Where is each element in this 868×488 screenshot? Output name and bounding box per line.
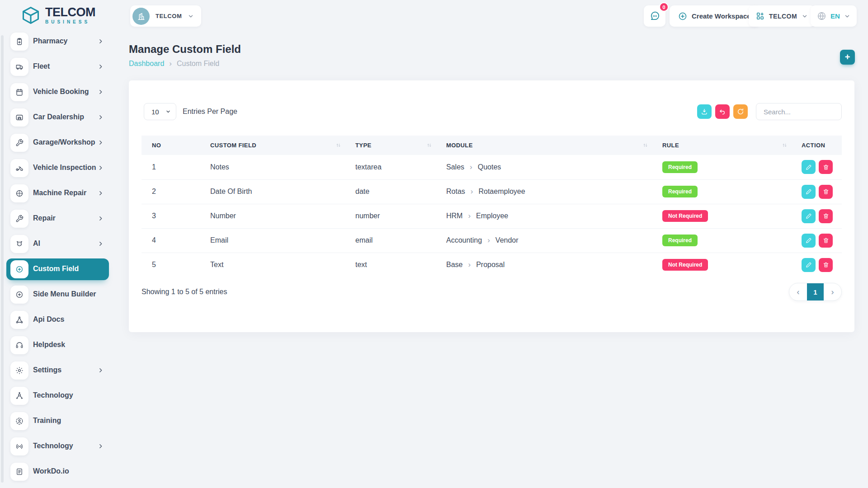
page-number-button[interactable]: 1 <box>807 283 824 300</box>
sidebar-item-label: Technology <box>33 391 73 399</box>
sidebar-item-garage-workshop[interactable]: Garage/Workshop <box>0 133 115 155</box>
chevron-down-icon <box>844 13 850 19</box>
sidebar-item-fleet[interactable]: Fleet <box>0 57 115 80</box>
cell-rule: Not Required <box>652 204 791 228</box>
workspace-switcher[interactable]: TELCOM <box>130 5 201 27</box>
plus-circle-icon <box>10 286 28 304</box>
sidebar-item-label: Vehicle Booking <box>33 88 89 96</box>
brand-name: TELCOM <box>45 6 95 19</box>
chevron-right-icon: › <box>468 260 471 269</box>
trash-icon <box>823 213 829 219</box>
sidebar-item-label: Fleet <box>33 62 50 70</box>
add-custom-field-button[interactable]: + <box>840 50 855 65</box>
sidebar-item-helpdesk[interactable]: Helpdesk <box>0 335 115 358</box>
breadcrumb: Dashboard › Custom Field <box>129 59 219 68</box>
sidebar-item-settings[interactable]: Settings <box>0 361 115 383</box>
previous-page-button[interactable]: ‹ <box>789 283 807 300</box>
cell-type: date <box>345 179 436 204</box>
rule-badge: Required <box>662 161 698 173</box>
cell-type: textarea <box>345 155 436 179</box>
delete-button[interactable] <box>819 185 833 199</box>
column-header-custom-field[interactable]: CUSTOM FIELD <box>200 136 345 155</box>
brand-logo[interactable]: TELCOM BUSINESS <box>21 5 95 25</box>
column-header-rule[interactable]: RULE <box>652 136 791 155</box>
globe-icon <box>817 11 826 21</box>
chevron-right-icon: › <box>487 236 490 245</box>
entries-per-page-select[interactable]: 10 <box>144 103 176 120</box>
create-workspace-label: Create Workspace <box>692 12 751 20</box>
entries-summary: Showing 1 to 5 of 5 entries <box>142 288 227 296</box>
chevron-right-icon <box>98 140 104 145</box>
sidebar-item-training[interactable]: Training <box>0 411 115 434</box>
messages-button[interactable]: 0 <box>644 5 665 27</box>
sidebar-item-technology[interactable]: Technology <box>0 386 115 408</box>
sidebar-nav: Pharmacy Fleet Vehicle Booking Car Deale… <box>0 29 115 488</box>
chevron-right-icon <box>98 38 104 44</box>
sidebar-item-workdo-io[interactable]: WorkDo.io <box>0 462 115 484</box>
sidebar-item-car-dealership[interactable]: Car Dealership <box>0 108 115 130</box>
pencil-icon <box>806 164 812 170</box>
delete-button[interactable] <box>819 160 833 174</box>
chevron-right-icon <box>98 443 104 449</box>
sidebar-item-technology-2[interactable]: Technology <box>0 436 115 459</box>
cell-rule: Required <box>652 155 791 179</box>
delete-button[interactable] <box>819 209 833 223</box>
sidebar-item-pharmacy[interactable]: Pharmacy <box>0 32 115 54</box>
export-download-button[interactable] <box>697 104 712 119</box>
edit-button[interactable] <box>802 160 816 174</box>
cell-module: Accounting › Vendor <box>436 228 652 253</box>
sidebar-item-repair[interactable]: Repair <box>0 209 115 231</box>
language-selector[interactable]: EN <box>811 5 857 27</box>
edit-button[interactable] <box>802 258 816 272</box>
rule-badge: Not Required <box>662 210 708 222</box>
cell-no: 1 <box>142 155 200 179</box>
search-input[interactable] <box>756 103 842 120</box>
edit-button[interactable] <box>802 209 816 223</box>
column-header-no: NO <box>142 136 200 155</box>
module-parent: Sales <box>446 163 464 171</box>
edit-button[interactable] <box>802 185 816 199</box>
column-header-type[interactable]: TYPE <box>345 136 436 155</box>
sidebar-item-vehicle-booking[interactable]: Vehicle Booking <box>0 82 115 105</box>
chevron-right-icon: › <box>169 59 172 68</box>
refresh-button[interactable] <box>733 104 748 119</box>
sidebar-item-label: Training <box>33 417 61 425</box>
broadcast-icon <box>10 437 28 455</box>
sidebar-item-vehicle-inspection[interactable]: Vehicle Inspection <box>0 158 115 181</box>
chevron-right-icon <box>98 114 104 120</box>
tools-icon <box>10 210 28 228</box>
cell-type: text <box>345 253 436 277</box>
create-workspace-button[interactable]: Create Workspace <box>670 5 760 27</box>
workspace-avatar <box>132 8 150 25</box>
trash-icon <box>823 262 829 268</box>
building-icon <box>136 11 146 21</box>
entries-per-page-label: Entries Per Page <box>183 108 237 116</box>
sidebar-item-machine-repair[interactable]: Machine Repair <box>0 183 115 206</box>
table-footer: Showing 1 to 5 of 5 entries ‹ 1 › <box>142 283 842 301</box>
breadcrumb-dashboard-link[interactable]: Dashboard <box>129 60 164 68</box>
pagination: ‹ 1 › <box>789 283 842 301</box>
reset-undo-button[interactable] <box>715 104 730 119</box>
entries-select-value: 10 <box>151 108 159 116</box>
column-header-module[interactable]: MODULE <box>436 136 652 155</box>
sidebar-item-label: Repair <box>33 214 56 222</box>
sidebar-item-custom-field[interactable]: Custom Field <box>0 259 115 282</box>
sidebar-item-label: Helpdesk <box>33 341 65 349</box>
plus-circle-icon <box>678 12 687 21</box>
sidebar-item-side-menu-builder[interactable]: Side Menu Builder <box>0 285 115 307</box>
delete-button[interactable] <box>819 258 833 272</box>
page-title: Manage Custom Field <box>129 43 241 56</box>
chevron-right-icon <box>98 216 104 221</box>
delete-button[interactable] <box>819 234 833 248</box>
sidebar-item-api-docs[interactable]: Api Docs <box>0 310 115 333</box>
workspace-dropdown[interactable]: TELCOM <box>749 5 815 27</box>
next-page-button[interactable]: › <box>824 283 841 300</box>
motorcycle-icon <box>10 159 28 177</box>
table-header-row: NO CUSTOM FIELD TYPE MODULE RULE ACTION <box>142 136 842 155</box>
wrench-icon <box>10 134 28 152</box>
module-child: Proposal <box>476 261 505 269</box>
brand-tagline: BUSINESS <box>45 20 95 24</box>
edit-button[interactable] <box>802 234 816 248</box>
cell-type: number <box>345 204 436 228</box>
sidebar-item-ai[interactable]: AI <box>0 234 115 257</box>
